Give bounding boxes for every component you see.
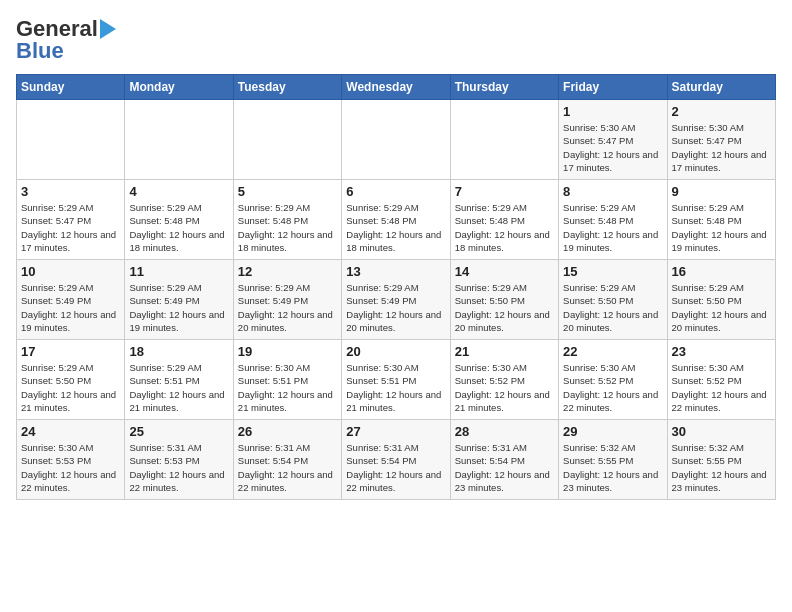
calendar-cell: 22Sunrise: 5:30 AM Sunset: 5:52 PM Dayli… [559,340,667,420]
day-info: Sunrise: 5:31 AM Sunset: 5:54 PM Dayligh… [455,441,554,494]
calendar-cell: 20Sunrise: 5:30 AM Sunset: 5:51 PM Dayli… [342,340,450,420]
day-number: 20 [346,344,445,359]
day-number: 16 [672,264,771,279]
calendar-cell: 4Sunrise: 5:29 AM Sunset: 5:48 PM Daylig… [125,180,233,260]
day-number: 8 [563,184,662,199]
day-info: Sunrise: 5:29 AM Sunset: 5:48 PM Dayligh… [129,201,228,254]
day-number: 17 [21,344,120,359]
day-number: 29 [563,424,662,439]
calendar-cell: 2Sunrise: 5:30 AM Sunset: 5:47 PM Daylig… [667,100,775,180]
day-info: Sunrise: 5:30 AM Sunset: 5:52 PM Dayligh… [455,361,554,414]
calendar-week-row: 10Sunrise: 5:29 AM Sunset: 5:49 PM Dayli… [17,260,776,340]
day-info: Sunrise: 5:30 AM Sunset: 5:52 PM Dayligh… [563,361,662,414]
day-number: 7 [455,184,554,199]
calendar-cell: 24Sunrise: 5:30 AM Sunset: 5:53 PM Dayli… [17,420,125,500]
day-number: 11 [129,264,228,279]
day-info: Sunrise: 5:29 AM Sunset: 5:49 PM Dayligh… [238,281,337,334]
calendar-cell: 15Sunrise: 5:29 AM Sunset: 5:50 PM Dayli… [559,260,667,340]
calendar-cell [125,100,233,180]
calendar-week-row: 24Sunrise: 5:30 AM Sunset: 5:53 PM Dayli… [17,420,776,500]
calendar-cell: 3Sunrise: 5:29 AM Sunset: 5:47 PM Daylig… [17,180,125,260]
col-header-tuesday: Tuesday [233,75,341,100]
calendar-header-row: SundayMondayTuesdayWednesdayThursdayFrid… [17,75,776,100]
calendar-week-row: 17Sunrise: 5:29 AM Sunset: 5:50 PM Dayli… [17,340,776,420]
day-number: 18 [129,344,228,359]
col-header-saturday: Saturday [667,75,775,100]
day-info: Sunrise: 5:29 AM Sunset: 5:49 PM Dayligh… [129,281,228,334]
day-number: 1 [563,104,662,119]
calendar-cell [450,100,558,180]
day-number: 19 [238,344,337,359]
day-info: Sunrise: 5:30 AM Sunset: 5:51 PM Dayligh… [238,361,337,414]
logo-text-blue: Blue [16,38,64,64]
calendar-cell: 10Sunrise: 5:29 AM Sunset: 5:49 PM Dayli… [17,260,125,340]
calendar-cell: 30Sunrise: 5:32 AM Sunset: 5:55 PM Dayli… [667,420,775,500]
day-info: Sunrise: 5:32 AM Sunset: 5:55 PM Dayligh… [563,441,662,494]
day-info: Sunrise: 5:30 AM Sunset: 5:51 PM Dayligh… [346,361,445,414]
day-info: Sunrise: 5:29 AM Sunset: 5:50 PM Dayligh… [455,281,554,334]
logo: General Blue [16,16,116,64]
calendar-cell: 14Sunrise: 5:29 AM Sunset: 5:50 PM Dayli… [450,260,558,340]
day-number: 10 [21,264,120,279]
calendar-cell: 17Sunrise: 5:29 AM Sunset: 5:50 PM Dayli… [17,340,125,420]
day-number: 5 [238,184,337,199]
logo-arrow-icon [100,19,116,39]
day-info: Sunrise: 5:30 AM Sunset: 5:52 PM Dayligh… [672,361,771,414]
calendar-cell: 6Sunrise: 5:29 AM Sunset: 5:48 PM Daylig… [342,180,450,260]
calendar-cell: 11Sunrise: 5:29 AM Sunset: 5:49 PM Dayli… [125,260,233,340]
day-number: 14 [455,264,554,279]
day-info: Sunrise: 5:29 AM Sunset: 5:49 PM Dayligh… [346,281,445,334]
day-number: 22 [563,344,662,359]
calendar-cell: 28Sunrise: 5:31 AM Sunset: 5:54 PM Dayli… [450,420,558,500]
calendar-cell: 5Sunrise: 5:29 AM Sunset: 5:48 PM Daylig… [233,180,341,260]
day-info: Sunrise: 5:29 AM Sunset: 5:48 PM Dayligh… [672,201,771,254]
day-info: Sunrise: 5:29 AM Sunset: 5:50 PM Dayligh… [21,361,120,414]
calendar-cell: 13Sunrise: 5:29 AM Sunset: 5:49 PM Dayli… [342,260,450,340]
day-info: Sunrise: 5:29 AM Sunset: 5:48 PM Dayligh… [346,201,445,254]
calendar-cell: 12Sunrise: 5:29 AM Sunset: 5:49 PM Dayli… [233,260,341,340]
col-header-sunday: Sunday [17,75,125,100]
day-info: Sunrise: 5:29 AM Sunset: 5:48 PM Dayligh… [455,201,554,254]
day-number: 13 [346,264,445,279]
day-info: Sunrise: 5:31 AM Sunset: 5:54 PM Dayligh… [238,441,337,494]
calendar-cell: 25Sunrise: 5:31 AM Sunset: 5:53 PM Dayli… [125,420,233,500]
day-info: Sunrise: 5:30 AM Sunset: 5:47 PM Dayligh… [672,121,771,174]
day-info: Sunrise: 5:30 AM Sunset: 5:47 PM Dayligh… [563,121,662,174]
calendar-cell: 8Sunrise: 5:29 AM Sunset: 5:48 PM Daylig… [559,180,667,260]
day-number: 25 [129,424,228,439]
day-info: Sunrise: 5:30 AM Sunset: 5:53 PM Dayligh… [21,441,120,494]
calendar-week-row: 1Sunrise: 5:30 AM Sunset: 5:47 PM Daylig… [17,100,776,180]
day-info: Sunrise: 5:29 AM Sunset: 5:48 PM Dayligh… [563,201,662,254]
calendar-cell [342,100,450,180]
day-number: 30 [672,424,771,439]
day-info: Sunrise: 5:29 AM Sunset: 5:49 PM Dayligh… [21,281,120,334]
col-header-thursday: Thursday [450,75,558,100]
day-number: 28 [455,424,554,439]
day-number: 23 [672,344,771,359]
day-number: 4 [129,184,228,199]
day-info: Sunrise: 5:32 AM Sunset: 5:55 PM Dayligh… [672,441,771,494]
calendar-cell: 27Sunrise: 5:31 AM Sunset: 5:54 PM Dayli… [342,420,450,500]
day-info: Sunrise: 5:29 AM Sunset: 5:51 PM Dayligh… [129,361,228,414]
calendar-week-row: 3Sunrise: 5:29 AM Sunset: 5:47 PM Daylig… [17,180,776,260]
calendar-cell [233,100,341,180]
col-header-friday: Friday [559,75,667,100]
day-number: 2 [672,104,771,119]
day-info: Sunrise: 5:29 AM Sunset: 5:50 PM Dayligh… [672,281,771,334]
day-info: Sunrise: 5:31 AM Sunset: 5:54 PM Dayligh… [346,441,445,494]
day-number: 26 [238,424,337,439]
calendar-table: SundayMondayTuesdayWednesdayThursdayFrid… [16,74,776,500]
day-number: 12 [238,264,337,279]
day-info: Sunrise: 5:29 AM Sunset: 5:47 PM Dayligh… [21,201,120,254]
col-header-wednesday: Wednesday [342,75,450,100]
calendar-cell: 1Sunrise: 5:30 AM Sunset: 5:47 PM Daylig… [559,100,667,180]
calendar-cell: 9Sunrise: 5:29 AM Sunset: 5:48 PM Daylig… [667,180,775,260]
page-header: General Blue [16,16,776,64]
col-header-monday: Monday [125,75,233,100]
day-info: Sunrise: 5:29 AM Sunset: 5:50 PM Dayligh… [563,281,662,334]
calendar-cell: 29Sunrise: 5:32 AM Sunset: 5:55 PM Dayli… [559,420,667,500]
day-number: 27 [346,424,445,439]
day-info: Sunrise: 5:29 AM Sunset: 5:48 PM Dayligh… [238,201,337,254]
calendar-cell: 19Sunrise: 5:30 AM Sunset: 5:51 PM Dayli… [233,340,341,420]
calendar-cell: 26Sunrise: 5:31 AM Sunset: 5:54 PM Dayli… [233,420,341,500]
